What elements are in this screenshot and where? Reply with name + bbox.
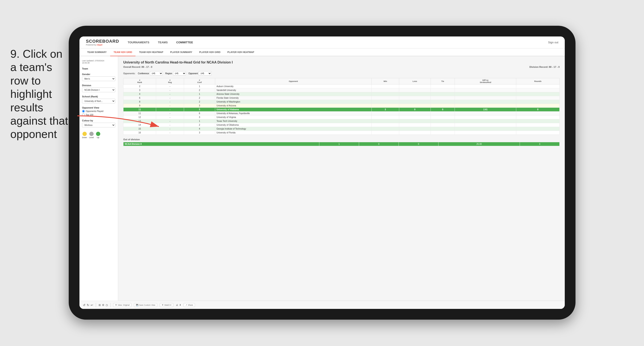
table-row[interactable]: NCAA Division II 1 0 0 26.00 3 (124, 142, 560, 146)
cell-win (372, 88, 399, 92)
tab-player-h2h-heatmap[interactable]: PLAYER H2H HEATMAP (224, 48, 258, 56)
cell-loss (399, 96, 430, 100)
division-label: Division (82, 84, 115, 87)
radio-top-100[interactable]: Top 100 (82, 113, 115, 116)
cell-rank: 12 (124, 115, 156, 119)
cell-diff (455, 88, 516, 92)
col-loss: Loss (399, 78, 430, 84)
cell-loss (399, 127, 430, 131)
tool-icon: ⚙ (102, 304, 104, 307)
tab-player-summary[interactable]: PLAYER SUMMARY (167, 48, 196, 56)
col-reg: #Reg (156, 78, 184, 84)
legend-level: Level (89, 132, 94, 139)
colour-by-select[interactable]: Win/loss (82, 123, 115, 127)
table-row[interactable]: 6-2Florida State University (124, 96, 560, 100)
table-row[interactable]: 8-2University of Washington (124, 100, 560, 104)
table-row[interactable]: 9-3University of Arizona (124, 104, 560, 108)
undo-redo-group: ↺ ↻ ↩ (83, 303, 93, 307)
cell-diff (455, 84, 516, 88)
redo-btn[interactable]: ↻ (87, 303, 89, 307)
division-record: Division Record: 88 - 17 - 0 (529, 66, 560, 68)
sign-out-link[interactable]: Sign out (548, 41, 558, 44)
cell-conf: 2 (184, 123, 215, 127)
cell-tie (431, 84, 455, 88)
nav-items: TOURNAMENTS TEAMS COMMITTEE (128, 41, 193, 44)
cell-reg: - (156, 123, 184, 127)
cell-rounds (516, 88, 560, 92)
tab-player-h2h-grid[interactable]: PLAYER H2H GRID (196, 48, 224, 56)
table-row[interactable]: 4-1Arizona State University (124, 92, 560, 96)
cell-diff (455, 92, 516, 96)
view-original-btn[interactable]: 👁 View: Original (113, 303, 132, 307)
cell-win (372, 84, 399, 88)
cell-tie (431, 123, 455, 127)
cell-tie (431, 104, 455, 108)
cell-div-win: 1 (319, 142, 359, 146)
share-btn[interactable]: ↗ Share (184, 303, 195, 307)
table-row[interactable]: 2-1Auburn University (124, 84, 560, 88)
cell-conf: 2 (184, 88, 215, 92)
cell-loss (399, 100, 430, 104)
content-panel: University of North Carolina Head-to-Hea… (118, 56, 565, 309)
tab-team-summary[interactable]: TEAM SUMMARY (84, 48, 110, 56)
instruction-text: 9. Click on a team's row to highlight re… (10, 47, 70, 141)
cell-rounds (516, 131, 560, 135)
tab-team-h2h-heatmap[interactable]: TEAM H2H HEATMAP (136, 48, 167, 56)
col-tie: Tie (431, 78, 455, 84)
overall-record: Overall Record: 89 - 17 - 0 (123, 66, 152, 68)
tablet-frame: SCOREBOARD Powered by clippd TOURNAMENTS… (69, 26, 576, 320)
tab-team-h2h-grid[interactable]: TEAM H2H GRID (110, 48, 136, 56)
conference-select[interactable]: (All) (150, 71, 163, 75)
step-back-btn[interactable]: ↩ (90, 303, 93, 307)
cell-win (372, 123, 399, 127)
table-row[interactable]: 16-3University of Florida (124, 131, 560, 135)
nav-committee[interactable]: COMMITTEE (176, 41, 193, 44)
division-select[interactable]: NCAA Division I (82, 87, 115, 92)
print-icon[interactable]: 🖨 (176, 304, 178, 306)
save-icon: 💾 (136, 304, 138, 306)
region-select[interactable]: (All) (173, 71, 186, 75)
nav-tournaments[interactable]: TOURNAMENTS (128, 41, 149, 44)
col-rounds: Rounds (516, 78, 560, 84)
cell-rounds (516, 100, 560, 104)
bottom-toolbar: ↺ ↻ ↩ ⊞ ⚙ ◷ 👁 View: Original 💾 Save Cust… (80, 301, 565, 309)
watch-btn[interactable]: 👁 Watch ▾ (160, 303, 173, 307)
col-opponent: Opponent (215, 78, 372, 84)
table-row[interactable]: 12-3University of Virginia (124, 115, 560, 119)
legend-area: Down Level Up (82, 132, 115, 139)
cell-conf: 6 (184, 111, 215, 115)
table-row[interactable]: 3-2Vanderbilt University (124, 88, 560, 92)
cell-tie (431, 127, 455, 131)
opponent-select[interactable]: (All) (199, 71, 212, 75)
cell-conf: 2 (184, 96, 215, 100)
cell-diff (455, 123, 516, 127)
cell-loss (399, 119, 430, 123)
download-icon[interactable]: ⬇ (179, 304, 181, 306)
cell-diff (455, 100, 516, 104)
cell-div-loss: 0 (359, 142, 399, 146)
save-custom-view-btn[interactable]: 💾 Save Custom View (134, 303, 157, 307)
cell-rounds (516, 127, 560, 131)
cell-win (372, 104, 399, 108)
table-row[interactable]: 11-6University of Arkansas, Fayetteville (124, 111, 560, 115)
school-select[interactable]: University of Nort... (82, 99, 115, 103)
cell-loss (399, 115, 430, 119)
cell-opponent: Texas Tech University (215, 119, 372, 123)
table-row[interactable]: 15-4Georgia Institute of Technology (124, 127, 560, 131)
cell-rank: 3 (124, 88, 156, 92)
logo-scoreboard: SCOREBOARD (86, 39, 119, 44)
table-row[interactable]: 14-2University of Oklahoma (124, 123, 560, 127)
sidebar-school-section: School (Rank) University of Nort... (82, 95, 115, 103)
table-row[interactable]: 13-1Texas Tech University (124, 119, 560, 123)
gender-select[interactable]: Men's (82, 76, 115, 81)
table-row[interactable]: 11-5University of Alabama3002.618 (124, 108, 560, 111)
legend-up-dot (96, 132, 100, 136)
nav-teams[interactable]: TEAMS (158, 41, 168, 44)
cell-diff: 2.61 (455, 108, 516, 111)
panel-title: University of North Carolina Head-to-Hea… (123, 60, 560, 64)
col-rank: #Rank (124, 78, 156, 84)
cell-loss (399, 131, 430, 135)
undo-btn[interactable]: ↺ (83, 303, 86, 307)
radio-opponents-played[interactable]: Opponents Played (82, 110, 115, 113)
cell-conf: 3 (184, 131, 215, 135)
